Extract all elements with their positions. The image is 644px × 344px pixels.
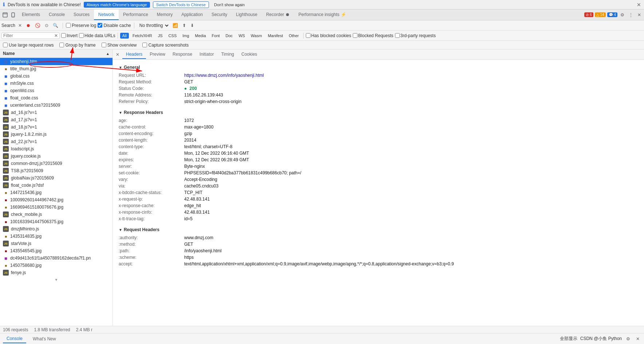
list-item[interactable]: ■ title_thum.jpg (0, 65, 112, 72)
tab-console[interactable]: Console (44, 9, 69, 20)
filter-other[interactable]: Other (287, 33, 301, 39)
file-item-selected[interactable]: ◻ yaoshenji.htm (0, 58, 112, 65)
list-item[interactable]: ◼ mhStyle.css (0, 80, 112, 87)
filter-font[interactable]: Font (210, 33, 222, 39)
close-detail-icon[interactable]: ✕ (116, 52, 119, 57)
record-icon[interactable]: ⏺ (25, 22, 32, 29)
banner-close-icon[interactable]: ✕ (637, 2, 641, 8)
has-blocked-cookies-label[interactable]: Has blocked cookies (306, 33, 351, 38)
use-large-rows-checkbox[interactable] (3, 43, 8, 47)
list-item[interactable]: JS TSB.js?2015609 (0, 167, 112, 174)
tab-initiator[interactable]: Initiator (196, 50, 217, 59)
list-item[interactable]: ■ 1447215436.jpg (0, 189, 112, 196)
dont-show-button[interactable]: Don't show again (212, 2, 247, 8)
list-item[interactable]: JS globalNav.js?2015609 (0, 174, 112, 182)
list-item[interactable]: ■ 1435546545.jpg (0, 247, 112, 254)
mobile-icon[interactable] (9, 11, 17, 19)
settings-icon[interactable]: ⚙ (619, 12, 626, 18)
list-item[interactable]: ◼ dc49d413c61f1a4507889162decda7f1.pn (0, 254, 112, 262)
switch-devtools-button[interactable]: Switch DevTools to Chinese (153, 1, 209, 8)
third-party-label[interactable]: 3rd-party requests (395, 33, 436, 38)
disable-cache-label[interactable]: Disable cache (98, 23, 131, 28)
filter-img[interactable]: Img (180, 33, 191, 39)
use-large-rows-label[interactable]: Use large request rows (3, 43, 54, 48)
list-item[interactable]: ■ 1000992601444967462.jpg (0, 196, 112, 203)
list-item[interactable]: ■ 1001633941447506375.jpg (0, 218, 112, 225)
hide-data-urls-label[interactable]: Hide data URLs (79, 33, 115, 38)
filter-all[interactable]: All (120, 33, 129, 39)
sort-icon[interactable]: ▲ (106, 52, 110, 56)
tab-elements[interactable]: Elements (17, 9, 44, 20)
show-overview-label[interactable]: Show overview (102, 43, 137, 48)
list-item[interactable]: JS check_mobile.js (0, 211, 112, 218)
download-icon[interactable]: ⬇ (189, 22, 195, 29)
list-item[interactable]: JS ad_22.js?v=1 (0, 138, 112, 145)
filter-input[interactable] (3, 33, 54, 38)
blocked-requests-checkbox[interactable] (353, 33, 357, 38)
search-close-icon[interactable]: ✕ (17, 22, 23, 29)
upload-icon[interactable]: ⬆ (181, 22, 187, 29)
invert-checkbox[interactable] (61, 33, 66, 38)
group-by-frame-label[interactable]: Group by frame (59, 43, 95, 48)
tab-response[interactable]: Response (169, 50, 196, 59)
disable-cache-checkbox[interactable] (98, 23, 102, 28)
tab-lighthouse[interactable]: Lighthouse (232, 9, 262, 20)
throttling-select[interactable]: No throttling Fast 3G Slow 3G (137, 22, 170, 29)
filter-media[interactable]: Media (193, 33, 208, 39)
request-headers-section-header[interactable]: ▼ Request Headers (119, 225, 638, 234)
third-party-checkbox[interactable] (395, 33, 400, 38)
wifi-icon[interactable]: 📶 (171, 22, 179, 29)
tab-timing[interactable]: Timing (217, 50, 238, 59)
tab-network[interactable]: Network (94, 9, 119, 20)
tab-security[interactable]: Security (207, 9, 232, 20)
capture-screenshots-label[interactable]: Capture screenshots (142, 43, 189, 48)
always-match-button[interactable]: Always match Chrome's language (84, 2, 150, 8)
bottom-close-icon[interactable]: ✕ (635, 336, 641, 342)
preserve-log-label[interactable]: Preserve log (66, 23, 96, 28)
list-item[interactable]: JS jquery-1.8.2.min.js (0, 131, 112, 138)
list-item[interactable]: JS jquery.cookie.js (0, 153, 112, 160)
more-options-icon[interactable]: ⋮ (627, 12, 635, 18)
tab-console-bottom[interactable]: Console (3, 335, 26, 343)
list-item[interactable]: ◼ openWd.css (0, 87, 112, 94)
group-by-frame-checkbox[interactable] (59, 43, 64, 47)
tab-whats-new[interactable]: What's New (29, 335, 60, 343)
list-item[interactable]: JS dmzjMhintro.js (0, 225, 112, 233)
filter-clear-icon[interactable]: ✕ (54, 33, 58, 38)
list-item[interactable]: JS starVote.js (0, 240, 112, 247)
list-item[interactable]: ◼ global.css (0, 72, 112, 80)
tab-performance[interactable]: Performance (119, 9, 153, 20)
bottom-settings-icon[interactable]: ⚙ (625, 336, 632, 342)
list-item[interactable]: ◼ ucenterland.css?2015609 (0, 102, 112, 109)
list-item[interactable]: JS ad_18.js?v=1 (0, 123, 112, 131)
list-item[interactable]: JS ad_16.js?v=1 (0, 109, 112, 116)
preserve-log-checkbox[interactable] (66, 23, 71, 28)
filter-manifest[interactable]: Manifest (266, 33, 285, 39)
has-blocked-cookies-checkbox[interactable] (306, 33, 311, 38)
filter-fetch-xhr[interactable]: Fetch/XHR (130, 33, 154, 39)
tab-preview[interactable]: Preview (146, 50, 169, 59)
list-item[interactable]: ◼ float_code.css (0, 94, 112, 102)
list-item[interactable]: ■ 1450758680.jpg (0, 262, 112, 269)
list-item[interactable]: JS float_code.js?dsf (0, 182, 112, 189)
filter-wasm[interactable]: Wasm (249, 33, 264, 39)
tab-headers[interactable]: Headers (122, 50, 146, 59)
tab-sources[interactable]: Sources (69, 9, 94, 20)
list-item[interactable]: ■ 1435314835.jpg (0, 233, 112, 240)
search-btn[interactable]: 🔍 (51, 22, 60, 29)
list-item[interactable]: JS common-dmzj.js?2015609 (0, 160, 112, 167)
tab-memory[interactable]: Memory (153, 9, 177, 20)
show-overview-checkbox[interactable] (102, 43, 106, 47)
capture-screenshots-checkbox[interactable] (142, 43, 147, 47)
filter-css[interactable]: CSS (166, 33, 179, 39)
filter-icon[interactable]: ⊙ (43, 22, 50, 29)
response-headers-section-header[interactable]: ▼ Response Headers (119, 108, 638, 117)
tab-recorder[interactable]: Recorder ⏺ (262, 9, 294, 20)
list-item[interactable]: JS ad_17.js?v=1 (0, 116, 112, 123)
clear-icon[interactable]: 🚫 (33, 22, 42, 29)
tab-application[interactable]: Application (177, 9, 207, 20)
general-section-header[interactable]: ▼ General (119, 63, 638, 72)
list-item[interactable]: JS loadscript.js (0, 145, 112, 153)
tab-cookies[interactable]: Cookies (238, 50, 261, 59)
list-item[interactable]: JS fenye.js (0, 269, 112, 276)
